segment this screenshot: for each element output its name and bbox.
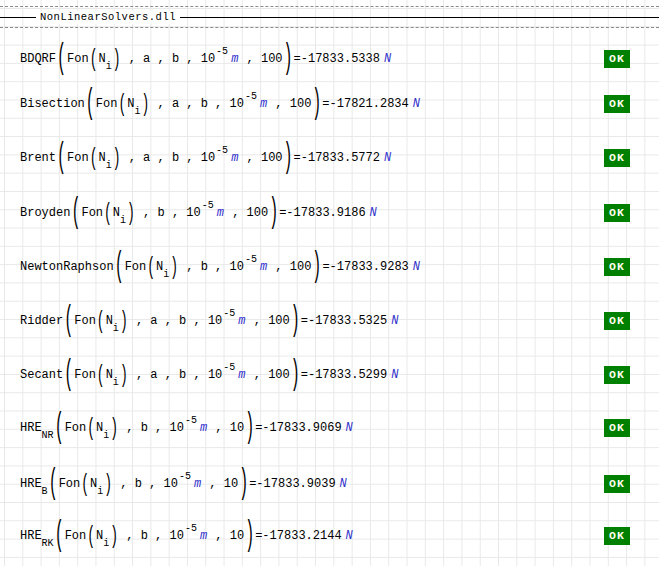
solver-name-subscript: RK <box>42 538 54 549</box>
inner-open-paren-icon: ( <box>90 47 98 70</box>
ok-status-badge[interactable]: OK <box>604 366 630 384</box>
iterations-separator: , <box>239 151 261 165</box>
inner-close-paren-icon: ) <box>170 255 178 278</box>
inner-function-name: Fon <box>67 52 89 66</box>
result-value: =-17833.2144 <box>255 529 341 543</box>
inner-function-name: Fon <box>96 97 118 111</box>
inner-close-paren-icon: ) <box>110 416 118 439</box>
iterations-separator: , <box>268 260 290 274</box>
math-region[interactable]: Bisection ( Fon ( N i ) , a , b , 10 -5 … <box>0 82 659 126</box>
math-region[interactable]: HRE RK ( Fon ( N i ) , b , 10 -5 m , 10 … <box>0 514 659 558</box>
ok-status-badge[interactable]: OK <box>604 258 630 276</box>
result-unit: N <box>384 151 391 165</box>
ok-status-badge[interactable]: OK <box>604 204 630 222</box>
tolerance-exponent: -5 <box>185 415 197 426</box>
result-value: =-17833.5325 <box>301 314 387 328</box>
math-region[interactable]: BDQRF ( Fon ( N i ) , a , b , 10 -5 m , … <box>0 37 659 81</box>
iterations-value: 100 <box>290 97 312 111</box>
argument-symbol: N <box>90 477 97 491</box>
inner-function-name: Fon <box>125 260 147 274</box>
solver-name: BDQRF <box>20 52 56 66</box>
inner-close-paren-icon: ) <box>113 146 121 169</box>
tolerance-unit: m <box>231 52 238 66</box>
tolerance-base: 10 <box>186 206 200 220</box>
arguments-text: , a , b , <box>121 151 200 165</box>
close-paren-icon: ) <box>245 411 254 446</box>
iterations-value: 100 <box>247 206 269 220</box>
ok-status-badge[interactable]: OK <box>604 312 630 330</box>
iterations-value: 100 <box>290 260 312 274</box>
ok-status-badge[interactable]: OK <box>604 95 630 113</box>
math-region[interactable]: Broyden ( Fon ( N i ) , b , 10 -5 m , 10… <box>0 191 659 235</box>
inner-close-paren-icon: ) <box>141 92 149 115</box>
iterations-separator: , <box>208 529 230 543</box>
rows-container: BDQRF ( Fon ( N i ) , a , b , 10 -5 m , … <box>0 0 659 566</box>
result-unit: N <box>391 314 398 328</box>
inner-close-paren-icon: ) <box>127 201 135 224</box>
inner-function-name: Fon <box>74 368 96 382</box>
inner-open-paren-icon: ( <box>87 524 95 547</box>
tolerance-base: 10 <box>170 529 184 543</box>
math-region[interactable]: HRE NR ( Fon ( N i ) , b , 10 -5 m , 10 … <box>0 406 659 450</box>
ok-status-badge[interactable]: OK <box>604 50 630 68</box>
tolerance-unit: m <box>238 314 245 328</box>
math-region[interactable]: NewtonRaphson ( Fon ( N i ) , b , 10 -5 … <box>0 245 659 289</box>
tolerance-base: 10 <box>201 151 215 165</box>
ok-status-badge[interactable]: OK <box>604 149 630 167</box>
argument-subscript: i <box>113 323 119 334</box>
inner-function-name: Fon <box>65 529 87 543</box>
inner-open-paren-icon: ( <box>118 92 126 115</box>
math-region[interactable]: HRE B ( Fon ( N i ) , b , 10 -5 m , 10 )… <box>0 462 659 506</box>
inner-open-paren-icon: ( <box>97 309 105 332</box>
result-value: =-17821.2834 <box>322 97 408 111</box>
argument-symbol: N <box>98 151 105 165</box>
inner-close-paren-icon: ) <box>104 472 112 495</box>
arguments-text: , b , <box>179 260 229 274</box>
result-unit: N <box>346 529 353 543</box>
inner-function-name: Fon <box>65 421 87 435</box>
math-region[interactable]: Brent ( Fon ( N i ) , a , b , 10 -5 m , … <box>0 136 659 180</box>
result-value: =-17833.9039 <box>249 477 335 491</box>
result-unit: N <box>391 368 398 382</box>
inner-open-paren-icon: ( <box>90 146 98 169</box>
tolerance-exponent: -5 <box>216 145 228 156</box>
close-paren-icon: ) <box>284 141 293 176</box>
inner-close-paren-icon: ) <box>120 363 128 386</box>
ok-status-badge[interactable]: OK <box>604 527 630 545</box>
arguments-text: , b , <box>136 206 186 220</box>
argument-subscript: i <box>113 377 119 388</box>
tolerance-exponent: -5 <box>179 471 191 482</box>
inner-function-name: Fon <box>59 477 81 491</box>
math-region[interactable]: Ridder ( Fon ( N i ) , a , b , 10 -5 m ,… <box>0 299 659 343</box>
tolerance-exponent: -5 <box>185 523 197 534</box>
ok-status-badge[interactable]: OK <box>604 419 630 437</box>
tolerance-unit: m <box>200 529 207 543</box>
tolerance-exponent: -5 <box>223 308 235 319</box>
close-paren-icon: ) <box>284 42 293 77</box>
arguments-text: , b , <box>119 421 169 435</box>
iterations-value: 10 <box>230 421 244 435</box>
result-unit: N <box>370 206 377 220</box>
inner-open-paren-icon: ( <box>147 255 155 278</box>
open-paren-icon: ( <box>86 87 95 122</box>
iterations-value: 10 <box>224 477 238 491</box>
tolerance-exponent: -5 <box>202 200 214 211</box>
ok-status-badge[interactable]: OK <box>604 475 630 493</box>
tolerance-unit: m <box>238 368 245 382</box>
arguments-text: , a , b , <box>121 52 200 66</box>
argument-subscript: i <box>97 486 103 497</box>
result-value: =-17833.5299 <box>301 368 387 382</box>
tolerance-unit: m <box>260 260 267 274</box>
tolerance-base: 10 <box>230 260 244 274</box>
tolerance-exponent: -5 <box>245 91 257 102</box>
math-region[interactable]: Secant ( Fon ( N i ) , a , b , 10 -5 m ,… <box>0 353 659 397</box>
open-paren-icon: ( <box>71 196 80 231</box>
result-unit: N <box>340 477 347 491</box>
worksheet-canvas[interactable]: NonLinearSolvers.dll BDQRF ( Fon ( N i )… <box>0 0 659 566</box>
argument-symbol: N <box>156 260 163 274</box>
tolerance-exponent: -5 <box>223 362 235 373</box>
tolerance-unit: m <box>231 151 238 165</box>
solver-name: Brent <box>20 151 56 165</box>
argument-symbol: N <box>96 421 103 435</box>
result-value: =-17833.9069 <box>255 421 341 435</box>
